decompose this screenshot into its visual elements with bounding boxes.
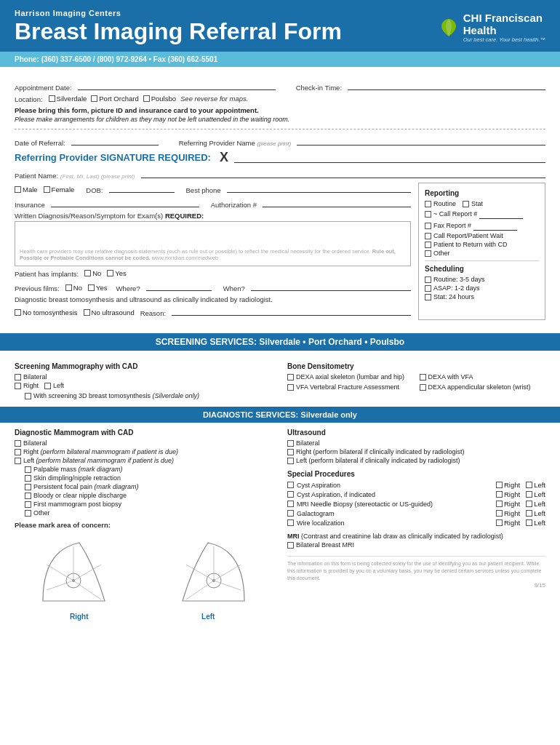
poulsbo-checkbox[interactable] <box>143 95 150 102</box>
patient-name-field[interactable] <box>141 168 545 178</box>
us-bilateral-checkbox[interactable] <box>287 440 294 447</box>
sp-wire-right[interactable]: Right <box>496 519 520 527</box>
sp-galacto-left[interactable]: Left <box>526 509 545 517</box>
dexa-appendicular-checkbox[interactable] <box>420 384 426 391</box>
focal-pain-checkbox[interactable] <box>25 484 31 490</box>
provider-name-field[interactable] <box>297 135 545 146</box>
mammo-bilateral-checkbox[interactable] <box>15 374 21 381</box>
sp-galacto-right[interactable]: Right <box>496 509 520 517</box>
sp-galacto-checkbox[interactable] <box>287 510 294 517</box>
dob-field[interactable] <box>109 183 175 193</box>
mammo-tomo-checkbox[interactable] <box>25 393 31 399</box>
implants-no-checkbox[interactable] <box>84 270 91 276</box>
no-tomo[interactable]: No tomosynthesis <box>15 308 78 316</box>
best-phone-field[interactable] <box>227 183 411 193</box>
when-field[interactable] <box>251 281 411 291</box>
prev-yes[interactable]: Yes <box>88 284 108 292</box>
nipple-discharge-checkbox[interactable] <box>25 493 31 499</box>
sp-galacto-right-cb[interactable] <box>496 510 503 517</box>
stat-checkbox[interactable] <box>463 201 469 207</box>
mammo-left-checkbox[interactable] <box>44 383 51 389</box>
female-checkbox[interactable] <box>44 186 50 193</box>
reason-field[interactable] <box>172 306 411 316</box>
sp-cyst-asp-checkbox[interactable] <box>287 482 294 488</box>
sp-cyst-asp-right-cb[interactable] <box>496 482 503 488</box>
call-report-checkbox[interactable] <box>425 211 431 218</box>
sp-cyst-if-left[interactable]: Left <box>526 490 545 498</box>
fax-report-field[interactable] <box>473 220 517 231</box>
prev-no-checkbox[interactable] <box>65 284 72 291</box>
fax-report-checkbox[interactable] <box>425 223 431 229</box>
chi-name-line2: Health <box>463 24 545 36</box>
sp-wire-right-cb[interactable] <box>496 519 503 526</box>
sp-mri-biopsy-right[interactable]: Right <box>496 500 520 508</box>
vfa-checkbox[interactable] <box>287 384 294 391</box>
provider-name-hint: (please print) <box>257 140 291 147</box>
insurance-field[interactable] <box>51 197 199 207</box>
location-silverdale[interactable]: Silverdale <box>49 95 87 103</box>
port-orchard-checkbox[interactable] <box>91 95 97 102</box>
us-right-checkbox[interactable] <box>287 449 294 455</box>
mammo-right-checkbox[interactable] <box>15 383 21 389</box>
post-biopsy-checkbox[interactable] <box>25 501 31 508</box>
sp-mri-biopsy-checkbox[interactable] <box>287 501 294 507</box>
where-field[interactable] <box>146 281 212 291</box>
sched-asap-checkbox[interactable] <box>425 285 431 292</box>
sp-cyst-if-checkbox[interactable] <box>287 491 294 498</box>
signature-field[interactable] <box>234 153 545 163</box>
prev-yes-checkbox[interactable] <box>88 284 95 291</box>
location-poulsbo[interactable]: Poulsbo <box>143 95 176 103</box>
diag-right-checkbox[interactable] <box>15 449 21 455</box>
dexa-axial-checkbox[interactable] <box>287 374 294 381</box>
sp-cyst-if-left-cb[interactable] <box>526 491 532 498</box>
gender-female[interactable]: Female <box>44 186 75 194</box>
sp-wire-checkbox[interactable] <box>287 519 294 526</box>
implants-yes-checkbox[interactable] <box>107 270 113 276</box>
sp-wire-left[interactable]: Left <box>526 519 545 527</box>
gender-male[interactable]: Male <box>15 186 38 194</box>
other-reporting-checkbox[interactable] <box>425 250 431 257</box>
diag-left-checkbox[interactable] <box>15 458 21 464</box>
sp-mri-biopsy-right-cb[interactable] <box>496 501 503 507</box>
sp-cyst-if-right-cb[interactable] <box>496 491 503 498</box>
right-diagram: Right <box>36 535 123 621</box>
right-breast-svg <box>36 535 123 608</box>
male-checkbox[interactable] <box>15 186 21 193</box>
implants-no[interactable]: No <box>84 269 101 277</box>
implants-yes[interactable]: Yes <box>107 269 127 277</box>
sched-routine-checkbox[interactable] <box>425 276 431 283</box>
sp-cyst-asp-left-cb[interactable] <box>526 482 532 488</box>
skin-dimpling-checkbox[interactable] <box>25 475 31 482</box>
checkin-field[interactable] <box>348 80 545 90</box>
reporting-routine-stat: Routine Stat <box>425 200 539 207</box>
sched-stat-checkbox[interactable] <box>425 294 431 300</box>
auth-field[interactable] <box>263 197 411 207</box>
sp-cyst-asp-left[interactable]: Left <box>526 481 545 489</box>
silverdale-checkbox[interactable] <box>49 95 55 102</box>
diag-bilateral-checkbox[interactable] <box>15 440 21 447</box>
sp-wire-left-cb[interactable] <box>526 519 532 526</box>
no-ultrasound-checkbox[interactable] <box>84 309 90 316</box>
diag-other-checkbox[interactable] <box>25 510 31 517</box>
sp-cyst-asp-right[interactable]: Right <box>496 481 520 489</box>
return-cd-checkbox[interactable] <box>425 242 431 248</box>
palpable-checkbox[interactable] <box>25 466 31 473</box>
location-port-orchard[interactable]: Port Orchard <box>91 95 138 103</box>
prev-no[interactable]: No <box>65 284 82 292</box>
call-patient-wait-checkbox[interactable] <box>425 233 431 239</box>
sp-mri-biopsy-left-cb[interactable] <box>526 501 532 507</box>
date-referral-field[interactable] <box>71 135 159 146</box>
us-left-checkbox[interactable] <box>287 458 294 464</box>
bilateral-mri-checkbox[interactable] <box>287 542 294 549</box>
sp-galacto-left-cb[interactable] <box>526 510 532 517</box>
diagnosis-box[interactable]: Health care providers may use relative d… <box>15 221 411 266</box>
sched-asap: ASAP: 1-2 days <box>425 284 539 292</box>
call-report-field[interactable] <box>479 209 523 219</box>
sp-mri-biopsy-left[interactable]: Left <box>526 500 545 508</box>
no-ultrasound[interactable]: No ultrasound <box>84 308 135 316</box>
no-tomo-checkbox[interactable] <box>15 309 21 316</box>
dexa-vfa-checkbox[interactable] <box>420 374 426 381</box>
routine-checkbox[interactable] <box>425 201 431 207</box>
appointment-date-field[interactable] <box>78 80 276 90</box>
sp-cyst-if-right[interactable]: Right <box>496 490 520 498</box>
